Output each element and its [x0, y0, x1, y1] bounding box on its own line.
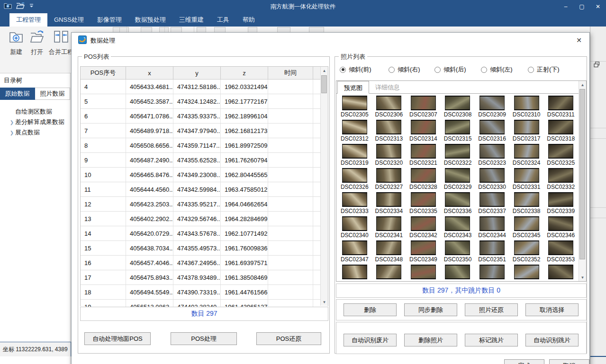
quick-access-dropdown-icon[interactable]: [29, 3, 34, 8]
photo-item[interactable]: DSC02307: [406, 96, 441, 120]
maximize-button[interactable]: ▢: [574, 0, 590, 13]
photo-item[interactable]: DSC02336: [441, 192, 475, 216]
close-button[interactable]: ✕: [590, 0, 606, 13]
radio-1[interactable]: 倾斜(前): [340, 65, 371, 74]
photo-item[interactable]: DSC02320: [372, 144, 407, 168]
tree-expand-icon[interactable]: ❯: [9, 130, 15, 135]
tab-details[interactable]: 详细信息: [369, 81, 406, 93]
photo-item[interactable]: DSC02342: [406, 216, 441, 240]
photo-item[interactable]: DSC02338: [509, 192, 544, 216]
photo-item[interactable]: [543, 265, 578, 280]
photo-item[interactable]: DSC02350: [441, 240, 475, 265]
pos-button-1[interactable]: 自动处理地面POS: [84, 332, 151, 345]
tree-expand-icon[interactable]: ❯: [9, 120, 15, 125]
radio-4[interactable]: 倾斜(左): [481, 65, 513, 74]
photo-button-删除[interactable]: 删除: [344, 303, 397, 316]
photo-item[interactable]: DSC02340: [337, 216, 372, 240]
pos-column-header[interactable]: 时间: [268, 67, 313, 79]
new-project-button[interactable]: 新建: [6, 29, 27, 56]
photo-item[interactable]: DSC02330: [475, 168, 509, 192]
photo-item[interactable]: DSC02313: [372, 120, 407, 144]
dialog-bottom-button-1[interactable]: 完成: [504, 359, 544, 364]
open-project-quick-icon[interactable]: [16, 2, 25, 9]
pos-table-row[interactable]: 44056433.4681...474312.58186...1962.0332…: [81, 80, 328, 94]
pos-button-2[interactable]: POS处理: [171, 332, 237, 345]
photo-item[interactable]: DSC02332: [543, 168, 578, 192]
photo-item[interactable]: DSC02335: [406, 192, 441, 216]
photo-item[interactable]: DSC02345: [509, 216, 544, 240]
photo-item[interactable]: DSC02337: [475, 192, 509, 216]
photo-item[interactable]: [441, 265, 475, 280]
photo-item[interactable]: DSC02310: [509, 96, 544, 120]
photo-item[interactable]: DSC02339: [543, 192, 578, 216]
photo-item[interactable]: DSC02321: [406, 144, 441, 168]
pos-column-header[interactable]: x: [126, 67, 173, 79]
photo-item[interactable]: DSC02334: [372, 192, 407, 216]
pos-table-row[interactable]: 54056452.3587...474324.12482...1962.1777…: [81, 94, 328, 109]
pos-table-row[interactable]: 84056508.6656...474359.71147...1961.8997…: [81, 138, 328, 153]
photo-button-删除照片[interactable]: 删除照片: [404, 334, 457, 346]
photo-scrollbar-thumb[interactable]: [579, 89, 585, 259]
photo-item[interactable]: DSC02348: [372, 240, 407, 265]
tree-item-3[interactable]: ❯展点数据: [0, 127, 70, 138]
photo-item[interactable]: DSC02328: [406, 168, 441, 192]
radio-5[interactable]: 正射(下): [528, 65, 560, 74]
pos-table-row[interactable]: 144056420.0729...474343.57678...1962.107…: [81, 226, 328, 241]
scroll-down-icon[interactable]: ▼: [321, 298, 328, 306]
photo-item[interactable]: DSC02343: [441, 216, 475, 240]
photo-grid-scrollbar[interactable]: ▲ ▼: [579, 81, 586, 281]
cascade-windows-icon[interactable]: [594, 62, 600, 69]
pos-table-scrollbar[interactable]: ▲ ▼: [320, 67, 328, 306]
photo-item[interactable]: DSC02324: [509, 144, 544, 168]
pos-scrollbar-thumb[interactable]: [321, 75, 327, 93]
photo-item[interactable]: DSC02353: [543, 240, 578, 265]
pos-table-row[interactable]: 184056494.5549...474390.73319...1961.447…: [81, 285, 328, 300]
photo-button-自动识别跳片[interactable]: 自动识别跳片: [525, 334, 579, 346]
dialog-bottom-button-2[interactable]: 取消: [549, 359, 589, 364]
photo-item[interactable]: DSC02315: [441, 120, 475, 144]
menu-tab-4[interactable]: 数据预处理: [128, 13, 172, 27]
pos-table-row[interactable]: 154056438.7034...474355.49573...1961.760…: [81, 241, 328, 256]
pos-table-row[interactable]: 104056465.8476...474349.23008...1962.804…: [81, 168, 328, 182]
sidebar-tab-photo-data[interactable]: 照片数据: [35, 88, 70, 100]
pos-column-header[interactable]: POS序号: [81, 67, 126, 79]
photo-item[interactable]: DSC02323: [475, 144, 509, 168]
photo-item[interactable]: [475, 265, 509, 280]
photo-item[interactable]: DSC02317: [509, 120, 544, 144]
new-project-quick-icon[interactable]: [4, 2, 12, 9]
pos-table-row[interactable]: 174056475.8943...474378.93489...1961.385…: [81, 270, 328, 285]
dialog-close-icon[interactable]: ✕: [574, 36, 584, 45]
photo-item[interactable]: DSC02305: [337, 96, 372, 120]
photo-item[interactable]: DSC02325: [543, 144, 578, 168]
photo-item[interactable]: DSC02346: [543, 216, 578, 240]
pos-table-row[interactable]: 94056487.2490...474355.62528...1961.7626…: [81, 153, 328, 168]
pos-table-row[interactable]: 124056423.2503...474335.95217...1964.046…: [81, 197, 328, 212]
pos-table-row[interactable]: 64056471.0786...474335.93375...1962.1899…: [81, 109, 328, 124]
photo-item[interactable]: DSC02326: [337, 168, 372, 192]
photo-item[interactable]: [372, 265, 407, 280]
photo-item[interactable]: [406, 265, 441, 280]
photo-button-同步删除[interactable]: 同步删除: [404, 303, 457, 316]
pos-table-row[interactable]: 74056489.9718...474347.97940...1962.1681…: [81, 124, 328, 138]
photo-item[interactable]: DSC02352: [509, 240, 544, 265]
scroll-down-icon[interactable]: ▼: [579, 274, 586, 281]
menu-tab-1[interactable]: 工程管理: [9, 13, 47, 27]
pos-column-header[interactable]: z: [221, 67, 268, 79]
radio-3[interactable]: 倾斜(后): [434, 65, 466, 74]
photo-item[interactable]: DSC02319: [337, 144, 372, 168]
menu-tab-3[interactable]: 影像管理: [90, 13, 128, 27]
pos-table-row[interactable]: 164056457.4046...474367.24956...1961.693…: [81, 256, 328, 270]
tree-item-2[interactable]: ❯差分解算成果数据: [0, 117, 70, 127]
open-project-button[interactable]: 打开: [27, 29, 47, 56]
photo-item[interactable]: DSC02347: [337, 240, 372, 265]
pos-column-header[interactable]: y: [173, 67, 221, 79]
minimize-button[interactable]: –: [558, 0, 574, 13]
photo-item[interactable]: DSC02314: [406, 120, 441, 144]
menu-tab-5[interactable]: 三维重建: [172, 13, 210, 27]
photo-button-自动识别废片[interactable]: 自动识别废片: [344, 334, 397, 346]
photo-item[interactable]: DSC02309: [475, 96, 509, 120]
radio-2[interactable]: 倾斜(右): [389, 65, 420, 74]
menu-tab-6[interactable]: 工具: [210, 13, 236, 27]
scroll-up-icon[interactable]: ▲: [321, 67, 328, 74]
menu-tab-7[interactable]: 帮助: [236, 13, 262, 27]
